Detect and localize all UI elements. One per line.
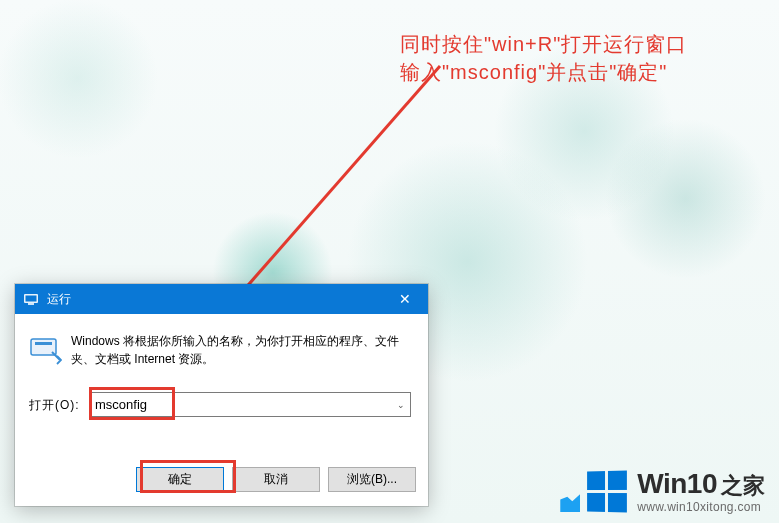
annotation-line-1: 同时按住"win+R"打开运行窗口 xyxy=(400,30,687,58)
ok-button[interactable]: 确定 xyxy=(136,467,224,492)
watermark-brand-cn: 之家 xyxy=(721,475,765,497)
open-combobox[interactable]: ⌄ xyxy=(89,392,411,417)
run-body-icon xyxy=(29,332,62,365)
watermark-url: www.win10xitong.com xyxy=(637,501,765,513)
run-title-icon xyxy=(23,291,39,307)
run-dialog: 运行 ✕ Windows 将根据你所输入的名称，为你打开相应的程序、文件夹、文档… xyxy=(15,284,428,506)
open-input[interactable] xyxy=(89,392,411,417)
svg-rect-3 xyxy=(28,303,34,305)
watermark-brand-en: Win10 xyxy=(637,470,717,498)
titlebar: 运行 ✕ xyxy=(15,284,428,314)
dialog-description: Windows 将根据你所输入的名称，为你打开相应的程序、文件夹、文档或 Int… xyxy=(71,332,410,368)
close-icon: ✕ xyxy=(399,291,411,307)
annotation-line-2: 输入"msconfig"并点击"确定" xyxy=(400,58,687,86)
watermark-badge-icon xyxy=(560,494,580,512)
dialog-title: 运行 xyxy=(47,291,382,308)
watermark-text: Win10 之家 www.win10xitong.com xyxy=(637,470,765,513)
svg-rect-2 xyxy=(26,296,37,302)
svg-rect-5 xyxy=(35,342,52,345)
watermark: Win10 之家 www.win10xitong.com xyxy=(586,470,765,513)
button-row: 确定 取消 浏览(B)... xyxy=(15,467,416,492)
annotation-text: 同时按住"win+R"打开运行窗口 输入"msconfig"并点击"确定" xyxy=(400,30,687,86)
chevron-down-icon[interactable]: ⌄ xyxy=(391,393,410,416)
windows-logo-icon xyxy=(587,470,627,512)
cancel-button[interactable]: 取消 xyxy=(232,467,320,492)
browse-button[interactable]: 浏览(B)... xyxy=(328,467,416,492)
open-label: 打开(O): xyxy=(29,397,80,414)
close-button[interactable]: ✕ xyxy=(382,284,428,314)
